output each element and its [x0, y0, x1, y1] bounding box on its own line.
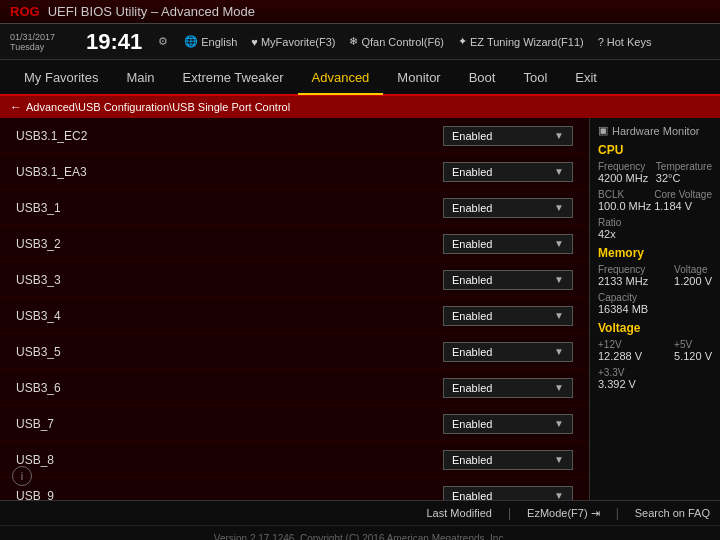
setting-dropdown[interactable]: Enabled▼ — [443, 234, 573, 254]
setting-dropdown[interactable]: Enabled▼ — [443, 306, 573, 326]
settings-gear-icon[interactable]: ⚙ — [158, 35, 168, 48]
rog-logo: ROG — [10, 4, 40, 19]
setting-row: USB3_4Enabled▼ — [0, 298, 589, 334]
plus12v-value: 12.288 V — [598, 350, 642, 362]
tab-extreme-tweaker[interactable]: Extreme Tweaker — [169, 62, 298, 93]
setting-dropdown[interactable]: Enabled▼ — [443, 270, 573, 290]
search-faq-button[interactable]: Search on FAQ — [635, 507, 710, 519]
setting-row: USB_8Enabled▼ — [0, 442, 589, 478]
plus33v-label: +3.3V — [598, 367, 712, 378]
footer: Version 2.17.1246. Copyright (C) 2016 Am… — [0, 525, 720, 540]
globe-icon: 🌐 — [184, 35, 198, 48]
hot-keys-nav[interactable]: ? Hot Keys — [598, 36, 652, 48]
chevron-down-icon: ▼ — [554, 418, 564, 429]
setting-value-container: Enabled▼ — [443, 450, 573, 470]
dropdown-value: Enabled — [452, 202, 492, 214]
chevron-down-icon: ▼ — [554, 238, 564, 249]
voltage-section-title: Voltage — [598, 321, 712, 335]
footer-text: Version 2.17.1246. Copyright (C) 2016 Am… — [214, 533, 506, 541]
language-label: English — [201, 36, 237, 48]
my-favorite-nav[interactable]: ♥ MyFavorite(F3) — [251, 36, 335, 48]
tab-advanced[interactable]: Advanced — [298, 62, 384, 95]
time-display: 19:41 — [86, 31, 142, 53]
tab-boot[interactable]: Boot — [455, 62, 510, 93]
content-area: USB3.1_EC2Enabled▼USB3.1_EA3Enabled▼USB3… — [0, 118, 720, 500]
mem-freq-label: Frequency — [598, 264, 648, 275]
tab-monitor[interactable]: Monitor — [383, 62, 454, 93]
setting-row: USB3_5Enabled▼ — [0, 334, 589, 370]
setting-label: USB3_5 — [16, 345, 443, 359]
mem-voltage-value: 1.200 V — [674, 275, 712, 287]
mem-capacity-label: Capacity — [598, 292, 712, 303]
cpu-freq-label: Frequency — [598, 161, 648, 172]
dropdown-value: Enabled — [452, 166, 492, 178]
ratio-label: Ratio — [598, 217, 712, 228]
qfan-control-nav[interactable]: ❄ Qfan Control(F6) — [349, 35, 444, 48]
chevron-down-icon: ▼ — [554, 130, 564, 141]
chevron-down-icon: ▼ — [554, 166, 564, 177]
bclk-value: 100.0 MHz — [598, 200, 651, 212]
tab-main[interactable]: Main — [112, 62, 168, 93]
setting-label: USB3_4 — [16, 309, 443, 323]
tab-tool[interactable]: Tool — [509, 62, 561, 93]
setting-label: USB3_3 — [16, 273, 443, 287]
title-text: UEFI BIOS Utility – Advanced Mode — [48, 4, 255, 19]
separator-2: | — [616, 506, 619, 520]
setting-label: USB3_1 — [16, 201, 443, 215]
setting-dropdown[interactable]: Enabled▼ — [443, 414, 573, 434]
fan-icon: ❄ — [349, 35, 358, 48]
setting-value-container: Enabled▼ — [443, 414, 573, 434]
info-button[interactable]: i — [12, 466, 32, 486]
voltage-12v-row: +12V 12.288 V +5V 5.120 V — [598, 339, 712, 364]
core-voltage-label: Core Voltage — [654, 189, 712, 200]
ez-mode-button[interactable]: EzMode(F7) ⇥ — [527, 507, 600, 520]
tab-my-favorites[interactable]: My Favorites — [10, 62, 112, 93]
dropdown-value: Enabled — [452, 274, 492, 286]
dropdown-value: Enabled — [452, 382, 492, 394]
core-voltage-value: 1.184 V — [654, 200, 712, 212]
key-icon: ? — [598, 36, 604, 48]
chevron-down-icon: ▼ — [554, 346, 564, 357]
setting-dropdown[interactable]: Enabled▼ — [443, 486, 573, 501]
heart-icon: ♥ — [251, 36, 258, 48]
main-nav: My Favorites Main Extreme Tweaker Advanc… — [0, 60, 720, 96]
tab-exit[interactable]: Exit — [561, 62, 611, 93]
info-icon: i — [21, 470, 23, 482]
setting-value-container: Enabled▼ — [443, 270, 573, 290]
breadcrumb: ← Advanced\USB Configuration\USB Single … — [0, 96, 720, 118]
setting-row: USB3_3Enabled▼ — [0, 262, 589, 298]
hardware-monitor: ▣ Hardware Monitor CPU Frequency 4200 MH… — [590, 118, 720, 500]
chevron-down-icon: ▼ — [554, 382, 564, 393]
ez-tuning-nav[interactable]: ✦ EZ Tuning Wizard(F11) — [458, 35, 584, 48]
setting-dropdown[interactable]: Enabled▼ — [443, 162, 573, 182]
cpu-freq-row: Frequency 4200 MHz Temperature 32°C — [598, 161, 712, 186]
setting-dropdown[interactable]: Enabled▼ — [443, 342, 573, 362]
cpu-section-title: CPU — [598, 143, 712, 157]
hot-keys-label: Hot Keys — [607, 36, 652, 48]
language-selector[interactable]: 🌐 English — [184, 35, 237, 48]
bclk-label: BCLK — [598, 189, 651, 200]
plus33v-value: 3.392 V — [598, 378, 712, 390]
dropdown-value: Enabled — [452, 454, 492, 466]
setting-label: USB3_2 — [16, 237, 443, 251]
setting-value-container: Enabled▼ — [443, 162, 573, 182]
chevron-down-icon: ▼ — [554, 310, 564, 321]
memory-freq-row: Frequency 2133 MHz Voltage 1.200 V — [598, 264, 712, 289]
setting-dropdown[interactable]: Enabled▼ — [443, 378, 573, 398]
setting-row: USB_9Enabled▼ — [0, 478, 589, 500]
setting-dropdown[interactable]: Enabled▼ — [443, 198, 573, 218]
setting-row: USB3_2Enabled▼ — [0, 226, 589, 262]
my-favorite-label: MyFavorite(F3) — [261, 36, 336, 48]
setting-row: USB3_1Enabled▼ — [0, 190, 589, 226]
setting-dropdown[interactable]: Enabled▼ — [443, 126, 573, 146]
setting-value-container: Enabled▼ — [443, 378, 573, 398]
datetime: 01/31/2017 Tuesday — [10, 32, 70, 52]
dropdown-value: Enabled — [452, 490, 492, 501]
qfan-label: Qfan Control(F6) — [361, 36, 444, 48]
setting-label: USB3.1_EC2 — [16, 129, 443, 143]
dropdown-value: Enabled — [452, 130, 492, 142]
back-arrow-icon[interactable]: ← — [10, 100, 22, 114]
ez-mode-label: EzMode(F7) — [527, 507, 588, 519]
setting-label: USB3.1_EA3 — [16, 165, 443, 179]
setting-dropdown[interactable]: Enabled▼ — [443, 450, 573, 470]
